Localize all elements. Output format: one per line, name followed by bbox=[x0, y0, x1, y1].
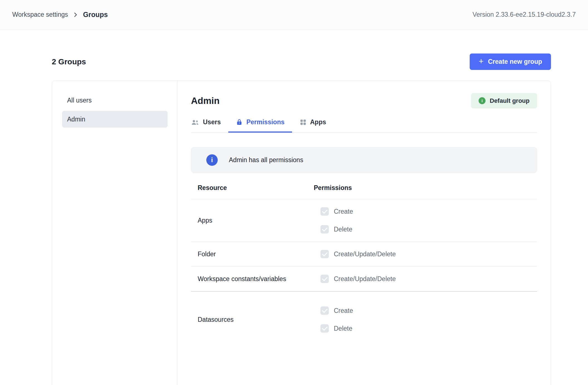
tab-users[interactable]: Users bbox=[183, 118, 228, 133]
permission-label: Create/Update/Delete bbox=[334, 250, 396, 258]
apps-grid-icon bbox=[300, 119, 307, 126]
permission-label: Delete bbox=[334, 226, 352, 233]
tab-users-label: Users bbox=[203, 118, 221, 126]
create-new-group-label: Create new group bbox=[488, 58, 542, 65]
groups-toolbar: 2 Groups + Create new group bbox=[52, 53, 551, 70]
permission-option: Create/Update/Delete bbox=[314, 245, 537, 263]
breadcrumb-workspace-settings[interactable]: Workspace settings bbox=[12, 11, 68, 18]
permission-label: Delete bbox=[334, 325, 352, 332]
permission-option: Delete bbox=[314, 220, 537, 238]
column-header-resource: Resource bbox=[191, 184, 314, 192]
delete-checkbox[interactable] bbox=[320, 225, 329, 233]
group-tabs: Users Permissions bbox=[191, 118, 537, 133]
create-update-delete-checkbox[interactable] bbox=[320, 250, 329, 258]
lock-icon bbox=[236, 119, 243, 126]
plus-icon: + bbox=[479, 57, 484, 65]
default-group-badge: i Default group bbox=[471, 93, 537, 108]
table-row-datasources: Datasources Create Delete bbox=[191, 292, 537, 341]
users-icon bbox=[191, 119, 199, 126]
groups-card: All users Admin Admin i Default group bbox=[52, 81, 551, 385]
group-detail-panel: Admin i Default group bbox=[177, 81, 551, 385]
info-banner: i Admin has all permissions bbox=[191, 147, 537, 173]
permission-option: Delete bbox=[314, 320, 537, 337]
permissions-cell: Create Delete bbox=[314, 203, 537, 238]
create-new-group-button[interactable]: + Create new group bbox=[470, 53, 551, 70]
sidebar-item-all-users[interactable]: All users bbox=[62, 92, 168, 109]
tab-apps[interactable]: Apps bbox=[292, 118, 334, 133]
group-title: Admin bbox=[191, 96, 220, 106]
breadcrumb-groups: Groups bbox=[83, 11, 108, 19]
breadcrumb: Workspace settings Groups bbox=[12, 11, 108, 19]
version-text: Version 2.33.6-ee2.15.19-cloud2.3.7 bbox=[472, 11, 576, 18]
create-update-delete-checkbox[interactable] bbox=[320, 275, 329, 283]
tab-permissions-label: Permissions bbox=[246, 118, 285, 126]
tab-permissions[interactable]: Permissions bbox=[228, 118, 292, 133]
delete-checkbox[interactable] bbox=[320, 324, 329, 333]
create-checkbox[interactable] bbox=[320, 207, 329, 216]
permission-option: Create bbox=[314, 203, 537, 220]
create-checkbox[interactable] bbox=[320, 306, 329, 315]
permissions-table-header: Resource Permissions bbox=[191, 179, 537, 199]
groups-count: 2 Groups bbox=[52, 57, 86, 66]
permissions-cell: Create Delete bbox=[314, 302, 537, 337]
permission-label: Create bbox=[334, 208, 353, 215]
permissions-cell: Create/Update/Delete bbox=[314, 245, 537, 263]
table-row-folder: Folder Create/Update/Delete bbox=[191, 242, 537, 267]
groups-sidebar: All users Admin bbox=[52, 81, 177, 385]
top-header: Workspace settings Groups Version 2.33.6… bbox=[0, 0, 588, 30]
table-row-workspace-constants: Workspace constants/variables Create/Upd… bbox=[191, 267, 537, 292]
page-container: 2 Groups + Create new group All users Ad… bbox=[52, 53, 551, 385]
group-detail-header: Admin i Default group bbox=[191, 93, 537, 108]
resource-label: Workspace constants/variables bbox=[191, 270, 314, 288]
green-info-icon: i bbox=[479, 97, 486, 104]
resource-label: Datasources bbox=[191, 302, 314, 337]
permission-option: Create/Update/Delete bbox=[314, 270, 537, 288]
permission-option: Create bbox=[314, 302, 537, 320]
tab-apps-label: Apps bbox=[310, 118, 326, 126]
permissions-table: Resource Permissions Apps Create Delete bbox=[191, 179, 537, 341]
permission-label: Create/Update/Delete bbox=[334, 275, 396, 283]
permissions-cell: Create/Update/Delete bbox=[314, 270, 537, 288]
table-row-apps: Apps Create Delete bbox=[191, 199, 537, 242]
sidebar-item-admin[interactable]: Admin bbox=[62, 111, 168, 128]
resource-label: Apps bbox=[191, 203, 314, 238]
info-banner-text: Admin has all permissions bbox=[229, 156, 303, 164]
info-icon: i bbox=[206, 154, 218, 166]
column-header-permissions: Permissions bbox=[314, 184, 537, 192]
chevron-right-icon bbox=[72, 12, 79, 18]
resource-label: Folder bbox=[191, 245, 314, 263]
default-group-badge-label: Default group bbox=[490, 97, 530, 104]
permission-label: Create bbox=[334, 307, 353, 315]
